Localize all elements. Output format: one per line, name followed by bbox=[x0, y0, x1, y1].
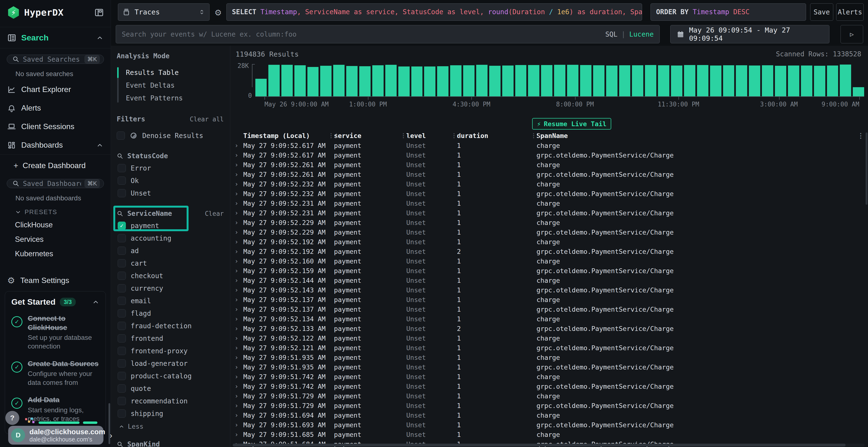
checkbox-icon[interactable] bbox=[118, 347, 126, 355]
table-row[interactable]: ›May 27 9:09:51.685 AMpaymentUnset1charg… bbox=[233, 429, 868, 439]
row-expand-chevron-icon[interactable]: › bbox=[233, 325, 243, 332]
facet-option-payment[interactable]: ✓payment bbox=[117, 219, 224, 232]
table-row[interactable]: ›May 27 9:09:51.729 AMpaymentUnset1grpc.… bbox=[233, 401, 868, 410]
table-row[interactable]: ›May 27 9:09:52.143 AMpaymentUnset1grpc.… bbox=[233, 285, 868, 295]
table-row[interactable]: ›May 27 9:09:52.192 AMpaymentUnset2grpc.… bbox=[233, 247, 868, 256]
facet-option-frontend-proxy[interactable]: frontend-proxy bbox=[117, 345, 224, 357]
row-expand-chevron-icon[interactable]: › bbox=[233, 219, 243, 226]
sidebar-item-chart-explorer[interactable]: Chart Explorer bbox=[0, 80, 111, 99]
row-expand-chevron-icon[interactable]: › bbox=[233, 354, 243, 361]
row-expand-chevron-icon[interactable]: › bbox=[233, 248, 243, 255]
checkbox-icon[interactable] bbox=[118, 309, 126, 317]
get-started-item[interactable]: ✓Create Data SourcesConfigure where your… bbox=[11, 359, 99, 387]
saved-searches-field[interactable] bbox=[23, 56, 81, 63]
row-expand-chevron-icon[interactable]: › bbox=[233, 267, 243, 274]
saved-dashboards-input[interactable]: ⌘K bbox=[7, 179, 104, 188]
table-row[interactable]: ›May 27 9:09:52.231 AMpaymentUnset1charg… bbox=[233, 199, 868, 208]
table-row[interactable]: ›May 27 9:09:52.192 AMpaymentUnset1charg… bbox=[233, 237, 868, 247]
saved-dashboards-field[interactable] bbox=[23, 180, 81, 187]
row-expand-chevron-icon[interactable]: › bbox=[233, 431, 243, 438]
sidebar-section-search[interactable]: Search bbox=[0, 27, 111, 48]
checkbox-icon[interactable] bbox=[118, 322, 126, 330]
column-header-level[interactable]: ⋮⋮level bbox=[400, 132, 451, 139]
row-expand-chevron-icon[interactable]: › bbox=[233, 180, 243, 187]
row-expand-chevron-icon[interactable]: › bbox=[233, 257, 243, 265]
facet-option-frontend[interactable]: frontend bbox=[117, 332, 224, 345]
column-drag-handle-icon[interactable]: ⋮⋮ bbox=[451, 132, 462, 139]
histogram-bars[interactable] bbox=[255, 65, 864, 97]
chevron-up-icon[interactable] bbox=[92, 299, 99, 306]
checkbox-icon[interactable] bbox=[118, 176, 126, 185]
chevron-up-icon[interactable] bbox=[96, 142, 103, 149]
create-dashboard-button[interactable]: + Create Dashboard bbox=[0, 154, 111, 173]
table-row[interactable]: ›May 27 9:09:52.160 AMpaymentUnset1charg… bbox=[233, 256, 868, 266]
table-row[interactable]: ›May 27 9:09:52.229 AMpaymentUnset1charg… bbox=[233, 218, 868, 227]
facet-option-accounting[interactable]: accounting bbox=[117, 232, 224, 244]
table-row[interactable]: ›May 27 9:09:52.261 AMpaymentUnset1grpc.… bbox=[233, 170, 868, 179]
resume-live-tail-button[interactable]: ⚡ Resume Live Tail bbox=[532, 118, 611, 130]
table-row[interactable]: ›May 27 9:09:51.742 AMpaymentUnset1grpc.… bbox=[233, 381, 868, 391]
vertical-scrollbar[interactable] bbox=[866, 133, 868, 205]
table-row[interactable]: ›May 27 9:09:51.935 AMpaymentUnset1charg… bbox=[233, 353, 868, 362]
row-expand-chevron-icon[interactable]: › bbox=[233, 421, 243, 428]
presets-toggle[interactable]: PRESETS bbox=[0, 204, 111, 218]
table-row[interactable]: ›May 27 9:09:52.144 AMpaymentUnset1charg… bbox=[233, 276, 868, 285]
table-row[interactable]: ›May 27 9:09:52.617 AMpaymentUnset1charg… bbox=[233, 141, 868, 150]
preset-dashboard-link[interactable]: ClickHouse bbox=[0, 218, 111, 232]
facet-option-Ok[interactable]: Ok bbox=[117, 174, 224, 187]
checkbox-icon[interactable] bbox=[118, 247, 126, 255]
source-select[interactable]: Traces bbox=[118, 3, 210, 21]
row-expand-chevron-icon[interactable]: › bbox=[233, 277, 243, 284]
event-search-field[interactable] bbox=[122, 30, 600, 38]
column-header-duration[interactable]: ⋮⋮duration bbox=[451, 132, 530, 139]
facet-option-ad[interactable]: ad bbox=[117, 244, 224, 257]
event-search-bar[interactable]: SQL | Lucene bbox=[116, 25, 660, 43]
checkbox-icon[interactable] bbox=[118, 359, 126, 368]
table-row[interactable]: ›May 27 9:09:52.121 AMpaymentUnset1grpc.… bbox=[233, 343, 868, 353]
table-row[interactable]: ›May 27 9:09:52.137 AMpaymentUnset1grpc.… bbox=[233, 304, 868, 314]
sidebar-scrollbar[interactable] bbox=[108, 403, 110, 444]
facet-option-Error[interactable]: Error bbox=[117, 162, 224, 174]
save-button[interactable]: Save bbox=[810, 3, 833, 21]
facet-option-email[interactable]: email bbox=[117, 295, 224, 307]
collapse-sidebar-icon[interactable] bbox=[94, 8, 104, 18]
table-row[interactable]: ›May 27 9:09:52.229 AMpaymentUnset1grpc.… bbox=[233, 227, 868, 237]
checkbox-icon[interactable] bbox=[118, 297, 126, 305]
preset-dashboard-link[interactable]: Services bbox=[0, 232, 111, 247]
table-row[interactable]: ›May 27 9:09:52.232 AMpaymentUnset1grpc.… bbox=[233, 189, 868, 199]
column-drag-handle-icon[interactable]: ⋮⋮ bbox=[328, 132, 339, 139]
language-toggle[interactable]: SQL | Lucene bbox=[605, 30, 654, 38]
facet-option-cart[interactable]: cart bbox=[117, 257, 224, 270]
preset-dashboard-link[interactable]: Kubernetes bbox=[0, 247, 111, 261]
row-expand-chevron-icon[interactable]: › bbox=[233, 392, 243, 400]
checkbox-icon[interactable] bbox=[117, 132, 125, 140]
analysis-mode-option[interactable]: Results Table bbox=[123, 66, 224, 79]
user-menu[interactable]: D dale@clickhouse.com dale@clickhouse.co… bbox=[8, 426, 103, 445]
facet-option-checkout[interactable]: checkout bbox=[117, 270, 224, 282]
show-less-toggle[interactable]: Less bbox=[117, 420, 224, 430]
table-row[interactable]: ›May 27 9:09:51.693 AMpaymentUnset1grpc.… bbox=[233, 420, 868, 429]
row-expand-chevron-icon[interactable]: › bbox=[233, 238, 243, 245]
row-expand-chevron-icon[interactable]: › bbox=[233, 383, 243, 390]
row-expand-chevron-icon[interactable]: › bbox=[233, 286, 243, 294]
row-expand-chevron-icon[interactable]: › bbox=[233, 142, 243, 149]
sql-toggle[interactable]: SQL bbox=[605, 30, 618, 38]
row-expand-chevron-icon[interactable]: › bbox=[233, 412, 243, 419]
sidebar-item-alerts[interactable]: Alerts bbox=[0, 99, 111, 117]
order-by-input[interactable]: ORDER BY Timestamp DESC bbox=[651, 3, 806, 21]
clear-all-filters-link[interactable]: Clear all bbox=[190, 115, 224, 123]
analysis-mode-option[interactable]: Event Patterns bbox=[123, 92, 224, 105]
checkbox-icon[interactable] bbox=[118, 384, 126, 392]
checkbox-icon[interactable] bbox=[118, 334, 126, 342]
checkbox-icon[interactable] bbox=[118, 234, 126, 242]
facet-option-shipping[interactable]: shipping bbox=[117, 407, 224, 420]
table-row[interactable]: ›May 27 9:09:52.137 AMpaymentUnset1charg… bbox=[233, 295, 868, 304]
row-expand-chevron-icon[interactable]: › bbox=[233, 402, 243, 409]
checkbox-icon[interactable] bbox=[118, 284, 126, 293]
checkbox-icon[interactable] bbox=[118, 272, 126, 280]
row-expand-chevron-icon[interactable]: › bbox=[233, 373, 243, 380]
facet-option-product-catalog[interactable]: product-catalog bbox=[117, 370, 224, 382]
denoise-results-checkbox[interactable]: Denoise Results bbox=[117, 129, 224, 142]
table-row[interactable]: ›May 27 9:09:52.232 AMpaymentUnset1charg… bbox=[233, 179, 868, 189]
table-row[interactable]: ›May 27 9:09:51.694 AMpaymentUnset1charg… bbox=[233, 410, 868, 420]
